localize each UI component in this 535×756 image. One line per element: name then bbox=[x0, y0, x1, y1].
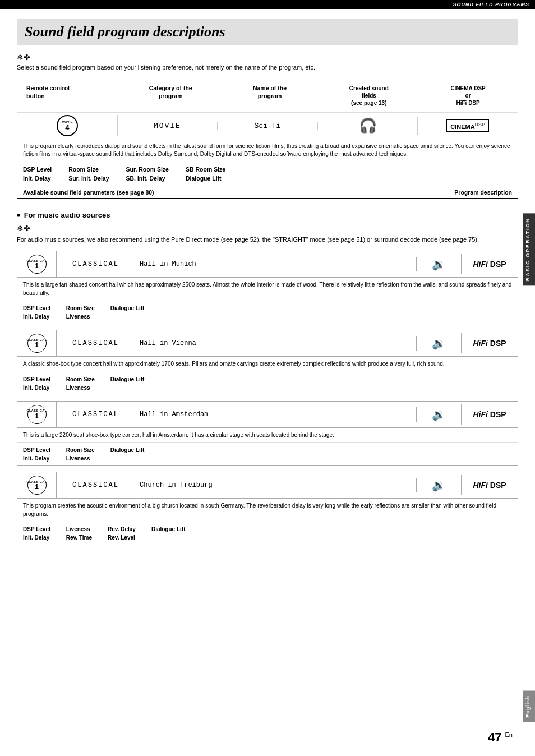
param-dsp-level: DSP LevelInit. Delay bbox=[23, 165, 52, 183]
prog-table-vienna: CLASSICAL 1 CLASSICAL Hall in Vienna 🔉 H… bbox=[17, 330, 518, 395]
music-intro: For audio music sources, we also recomme… bbox=[17, 235, 518, 245]
prog-btn-freiburg: CLASSICAL 1 bbox=[17, 472, 57, 498]
prog-sound-amsterdam: 🔉 bbox=[417, 404, 462, 425]
prog-dsp-amsterdam: HiFi DSP bbox=[462, 407, 518, 422]
prog-category-munich: CLASSICAL bbox=[57, 257, 135, 271]
prog-name-freiburg: Church in Freiburg bbox=[135, 478, 417, 492]
param-dsp-v: DSP LevelInit. Delay bbox=[23, 375, 50, 392]
top-bar: SOUND FIELD PROGRAMS bbox=[0, 0, 535, 9]
param-dsp: DSP LevelInit. Delay bbox=[23, 304, 50, 321]
prog-params-vienna: DSP LevelInit. Delay Room SizeLiveness D… bbox=[17, 372, 518, 395]
sidebar-basic-operation: BASIC OPERATION bbox=[523, 213, 535, 285]
param-dialogue: Dialogue Lift bbox=[110, 304, 145, 321]
prog-params-munich: DSP LevelInit. Delay Room SizeLiveness D… bbox=[17, 301, 518, 324]
prog-desc-amsterdam: This is a large 2200 seat shoe-box type … bbox=[17, 428, 518, 444]
movie-button: MOVIE 4 bbox=[57, 115, 78, 136]
params-row: DSP LevelInit. Delay Room SizeSur. Init.… bbox=[17, 162, 518, 187]
prog-category-amsterdam: CLASSICAL bbox=[57, 407, 135, 422]
param-room-size: Room SizeSur. Init. Delay bbox=[68, 165, 109, 183]
cinema-dsp-cell: CINEMADSP bbox=[418, 119, 518, 132]
diagram-header-row: Remote controlbutton Category of theprog… bbox=[17, 81, 518, 109]
param-dsp-f: DSP LevelInit. Delay bbox=[23, 525, 50, 542]
sound-field-icon: 🎧 bbox=[359, 117, 377, 135]
classical-btn-1: CLASSICAL 1 bbox=[27, 255, 47, 274]
classical-btn-4: CLASSICAL 1 bbox=[27, 476, 47, 495]
prog-desc-munich: This is a large fan-shaped concert hall … bbox=[17, 278, 518, 301]
param-room: Room SizeLiveness bbox=[66, 304, 95, 321]
prog-main-row-freiburg: CLASSICAL 1 CLASSICAL Church in Freiburg… bbox=[17, 472, 518, 499]
param-dsp-a: DSP LevelInit. Delay bbox=[23, 446, 50, 463]
diagram-data-row: MOVIE 4 MOVIE Sci-Fi 🎧 CINEMADSP bbox=[17, 113, 518, 139]
diagram-program-desc: This program clearly reproduces dialog a… bbox=[17, 139, 518, 162]
cinema-dsp-badge: CINEMADSP bbox=[446, 119, 489, 132]
param-sur-room: Sur. Room SizeSB. Init. Delay bbox=[126, 165, 169, 183]
prog-table-munich: CLASSICAL 1 CLASSICAL Hall in Munich 🔉 H… bbox=[17, 251, 518, 324]
col2-header: Category of theprogram bbox=[121, 85, 220, 107]
col1-header: Remote controlbutton bbox=[17, 85, 121, 107]
prog-table-amsterdam: CLASSICAL 1 CLASSICAL Hall in Amsterdam … bbox=[17, 401, 518, 467]
diagram-section: Remote controlbutton Category of theprog… bbox=[17, 81, 518, 199]
prog-desc-vienna: A classic shoe-box type concert hall wit… bbox=[17, 357, 518, 372]
prog-name-vienna: Hall in Vienna bbox=[135, 336, 417, 351]
param-liveness-f: LivenessRev. Time bbox=[66, 525, 92, 542]
prog-sound-freiburg: 🔉 bbox=[417, 475, 462, 495]
page-number: 47 En bbox=[488, 730, 513, 745]
param-dialogue-f: Dialogue Lift bbox=[151, 525, 186, 542]
music-tip-icon: ❄✤ bbox=[17, 224, 518, 233]
prog-main-row-amsterdam: CLASSICAL 1 CLASSICAL Hall in Amsterdam … bbox=[17, 402, 518, 428]
param-dialogue-v: Dialogue Lift bbox=[110, 375, 145, 392]
prog-params-amsterdam: DSP LevelInit. Delay Room SizeLiveness D… bbox=[17, 443, 518, 465]
program-name-scifi: Sci-Fi bbox=[255, 122, 281, 130]
param-sb-room: SB Room SizeDialogue Lift bbox=[186, 165, 225, 183]
prog-main-row-munich: CLASSICAL 1 CLASSICAL Hall in Munich 🔉 H… bbox=[17, 251, 518, 278]
param-room-a: Room SizeLiveness bbox=[66, 446, 95, 463]
prog-btn-vienna: CLASSICAL 1 bbox=[17, 330, 57, 356]
col3-header: Name of theprogram bbox=[220, 85, 320, 107]
prog-params-freiburg: DSP LevelInit. Delay LivenessRev. Time R… bbox=[17, 522, 518, 545]
sidebar-english: English bbox=[523, 691, 535, 722]
col4-header: Created soundfields(see page 13) bbox=[319, 85, 418, 107]
col5-header: CINEMA DSPorHiFi DSP bbox=[418, 85, 518, 107]
intro-text: Select a sound field program based on yo… bbox=[17, 64, 518, 71]
prog-dsp-vienna: HiFi DSP bbox=[462, 335, 518, 351]
prog-sound-vienna: 🔉 bbox=[417, 333, 462, 353]
prog-main-row-vienna: CLASSICAL 1 CLASSICAL Hall in Vienna 🔉 H… bbox=[17, 330, 518, 357]
prog-sound-munich: 🔉 bbox=[417, 254, 462, 274]
tip-icon: ❄✤ bbox=[17, 53, 518, 62]
prog-category-freiburg: CLASSICAL bbox=[57, 478, 135, 492]
classical-btn-3: CLASSICAL 1 bbox=[27, 405, 47, 424]
param-dialogue-a: Dialogue Lift bbox=[110, 446, 145, 463]
footer-labels: Available sound field parameters (see pa… bbox=[17, 187, 518, 198]
prog-btn-amsterdam: CLASSICAL 1 bbox=[17, 402, 57, 427]
prog-table-freiburg: CLASSICAL 1 CLASSICAL Church in Freiburg… bbox=[17, 472, 518, 545]
prog-dsp-freiburg: HiFi DSP bbox=[462, 477, 518, 493]
param-rev-delay-f: Rev. DelayRev. Level bbox=[108, 525, 136, 542]
classical-btn-2: CLASSICAL 1 bbox=[27, 334, 47, 353]
top-bar-text: SOUND FIELD PROGRAMS bbox=[453, 2, 529, 7]
page-title: Sound field program descriptions bbox=[17, 19, 518, 45]
footer-left: Available sound field parameters (see pa… bbox=[23, 189, 154, 196]
prog-category-vienna: CLASSICAL bbox=[57, 336, 135, 351]
prog-btn-munich: CLASSICAL 1 bbox=[17, 251, 57, 277]
prog-desc-freiburg: This program creates the acoustic enviro… bbox=[17, 499, 518, 522]
footer-right: Program description bbox=[454, 189, 512, 196]
prog-name-munich: Hall in Munich bbox=[135, 257, 417, 271]
page-en: En bbox=[505, 731, 513, 738]
music-section-heading: For music audio sources bbox=[17, 211, 518, 219]
category-movie: MOVIE bbox=[154, 122, 181, 130]
prog-name-amsterdam: Hall in Amsterdam bbox=[135, 407, 417, 422]
prog-dsp-munich: HiFi DSP bbox=[462, 256, 518, 272]
param-room-v: Room SizeLiveness bbox=[66, 375, 95, 392]
